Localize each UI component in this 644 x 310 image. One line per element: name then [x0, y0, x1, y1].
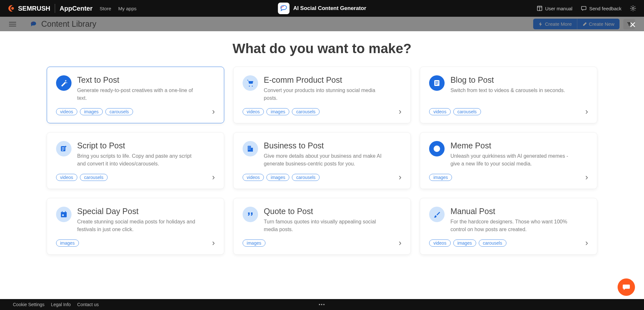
option-card-text-to-post[interactable]: Text to PostGenerate ready-to-post creat…: [47, 67, 224, 123]
chevron-right-icon: ›: [212, 172, 215, 182]
tag-carousels: carousels: [292, 174, 320, 181]
card-tags: videosimagescarousels: [429, 240, 506, 247]
card-tags: images: [243, 240, 265, 247]
tag-images: images: [266, 108, 289, 115]
wand-icon: [56, 75, 72, 91]
cart-icon: [243, 75, 258, 91]
card-description: Convert your products into stunning soci…: [264, 87, 386, 102]
svg-rect-22: [62, 214, 64, 216]
tag-images: images: [266, 174, 289, 181]
doc-icon: [429, 75, 445, 91]
chat-support-button[interactable]: [618, 278, 635, 296]
tag-carousels: carousels: [453, 108, 481, 115]
option-card-manual-post[interactable]: Manual PostFor the hardcore designers. T…: [420, 198, 597, 255]
card-title: Special Day Post: [77, 207, 200, 216]
brush-icon: [429, 207, 445, 222]
brand-divider: [55, 4, 55, 13]
tag-images: images: [453, 240, 476, 247]
card-tags: videoscarousels: [56, 174, 108, 181]
card-title: Manual Post: [450, 207, 573, 216]
nav-store[interactable]: Store: [100, 6, 111, 11]
svg-point-17: [434, 146, 440, 152]
option-card-meme-post[interactable]: Meme PostUnleash your quirkiness with AI…: [420, 132, 597, 189]
svg-rect-14: [250, 148, 250, 148]
settings-gear-icon[interactable]: [630, 5, 636, 12]
legal-info-link[interactable]: Legal Info: [51, 302, 71, 307]
tag-images: images: [56, 240, 79, 247]
card-title: Meme Post: [450, 141, 573, 150]
tag-carousels: carousels: [105, 108, 133, 115]
tag-images: images: [80, 108, 103, 115]
svg-rect-6: [435, 83, 438, 83]
chat-icon: [622, 283, 630, 291]
contact-us-link[interactable]: Contact us: [77, 302, 99, 307]
smile-icon: [429, 141, 445, 156]
svg-rect-15: [248, 149, 249, 150]
tag-carousels: carousels: [80, 174, 108, 181]
chevron-right-icon: ›: [399, 238, 401, 248]
card-title: E-comm Product Post: [264, 75, 386, 85]
card-title: Quote to Post: [264, 207, 386, 216]
chevron-right-icon: ›: [585, 172, 588, 182]
svg-rect-13: [248, 148, 249, 148]
dim-overlay: [0, 17, 644, 31]
user-manual-text: User manual: [545, 6, 572, 11]
card-tags: videosimagescarousels: [243, 108, 320, 115]
send-feedback-link[interactable]: Send feedback: [581, 5, 621, 11]
quote-icon: [243, 207, 258, 222]
card-title: Script to Post: [77, 141, 200, 150]
send-feedback-text: Send feedback: [589, 6, 621, 11]
svg-rect-12: [250, 146, 250, 147]
card-tags: images: [429, 174, 452, 181]
svg-rect-7: [435, 84, 437, 85]
svg-point-0: [11, 7, 14, 10]
tag-videos: videos: [243, 174, 264, 181]
cookie-settings-link[interactable]: Cookie Settings: [13, 302, 44, 307]
brand[interactable]: SEMRUSH AppCenter: [8, 4, 92, 13]
tag-carousels: carousels: [292, 108, 320, 115]
nav-my-apps[interactable]: My apps: [118, 6, 137, 11]
card-tags: videosimagescarousels: [56, 108, 133, 115]
calendar-icon: [56, 207, 72, 222]
tag-carousels: carousels: [479, 240, 506, 247]
footer-ellipsis-icon[interactable]: •••: [319, 302, 325, 307]
tag-images: images: [243, 240, 265, 247]
chevron-right-icon: ›: [212, 238, 215, 248]
close-modal-icon[interactable]: ✕: [629, 20, 636, 30]
card-description: Bring you scripts to life. Copy and past…: [77, 152, 200, 168]
scriptplus-icon: [56, 141, 72, 156]
app-title-center: AI Social Content Generator: [278, 0, 366, 17]
card-description: Unleash your quirkiness with AI generate…: [450, 152, 573, 168]
user-manual-link[interactable]: User manual: [537, 5, 572, 11]
card-title: Business to Post: [264, 141, 386, 150]
svg-rect-10: [251, 148, 253, 152]
option-card-quote-to-post[interactable]: Quote to PostTurn famous quotes into vis…: [233, 198, 411, 255]
option-card-blog-to-post[interactable]: Blog to PostSwitch from text to videos &…: [420, 67, 597, 123]
svg-rect-16: [250, 149, 250, 150]
option-card-business-to-post[interactable]: Business to PostGive more details about …: [233, 132, 411, 189]
tag-videos: videos: [56, 108, 77, 115]
card-title: Text to Post: [77, 75, 200, 85]
card-description: Switch from text to videos & carousels i…: [450, 87, 565, 94]
svg-rect-11: [248, 146, 249, 147]
svg-point-18: [435, 148, 436, 149]
option-grid: Text to PostGenerate ready-to-post creat…: [47, 67, 598, 255]
tag-videos: videos: [243, 108, 264, 115]
option-card-script-to-post[interactable]: Script to PostBring you scripts to life.…: [47, 132, 224, 189]
chevron-right-icon: ›: [399, 172, 401, 182]
tag-videos: videos: [56, 174, 77, 181]
card-tags: images: [56, 240, 79, 247]
tag-videos: videos: [429, 108, 450, 115]
feedback-icon: [581, 5, 587, 11]
option-card-special-day-post[interactable]: Special Day PostCreate stunning social m…: [47, 198, 224, 255]
card-description: Give more details about your business an…: [264, 152, 386, 168]
svg-rect-5: [435, 81, 438, 82]
brand-sub: AppCenter: [60, 5, 92, 12]
tag-images: images: [429, 174, 452, 181]
footer: Cookie Settings Legal Info Contact us ••…: [0, 299, 644, 310]
card-tags: videoscarousels: [429, 108, 481, 115]
card-tags: videosimagescarousels: [243, 174, 320, 181]
svg-rect-9: [248, 146, 251, 152]
option-card-e-comm-product-post[interactable]: E-comm Product PostConvert your products…: [233, 67, 411, 123]
app-title-text: AI Social Content Generator: [293, 5, 366, 12]
